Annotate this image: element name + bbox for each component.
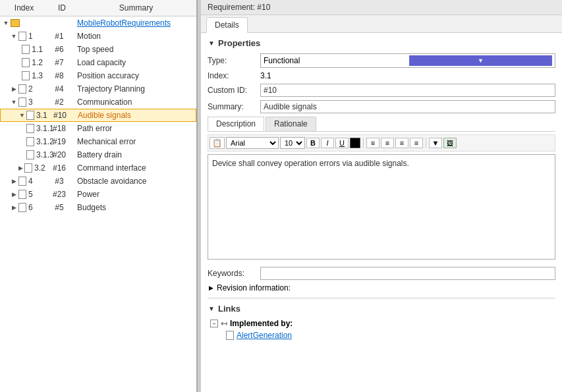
toggle-icon[interactable]: ▶ (18, 165, 23, 171)
tree-row[interactable]: ▶2#4Trajectory Planning (0, 82, 196, 96)
tree-cell-summary: Audible signals (76, 111, 196, 120)
insert-image-button[interactable]: 🖼 (443, 138, 457, 148)
keywords-input[interactable] (260, 267, 555, 280)
doc-icon (22, 58, 30, 67)
separator-2 (426, 138, 426, 148)
doc-icon (18, 32, 26, 41)
tree-row[interactable]: 3.1.1#18Path error (0, 122, 196, 135)
doc-icon (18, 98, 26, 107)
custom-id-row: Custom ID: (208, 84, 555, 97)
sub-tab-rationale[interactable]: Rationale (266, 117, 316, 131)
links-title: Links (218, 304, 240, 314)
tree-body[interactable]: ▼MobileRobotRequirements▼1#1Motion1.1#6T… (0, 16, 196, 392)
tree-row[interactable]: 1.3#8Position accuracy (0, 69, 196, 82)
tree-cell-summary: Load capacity (76, 58, 196, 67)
toggle-icon[interactable]: ▼ (19, 112, 25, 119)
properties-title: Properties (218, 38, 260, 48)
tree-row[interactable]: 1.2#7Load capacity (0, 56, 196, 69)
tree-cell-summary: Battery drain (76, 150, 196, 159)
tree-cell-id: #18 (43, 124, 76, 133)
justify-button[interactable]: ≡ (410, 138, 423, 148)
doc-icon (18, 177, 26, 186)
tree-row[interactable]: 3.1.2#19Mechanical error (0, 135, 196, 148)
tree-row[interactable]: 3.1.3#20Battery drain (0, 148, 196, 161)
toggle-icon[interactable]: ▶ (11, 86, 17, 92)
revision-label: Revision information: (217, 283, 291, 293)
doc-icon (22, 45, 30, 54)
description-textarea[interactable]: Device shall convey operation errors via… (208, 154, 555, 260)
col-index: Index (3, 2, 45, 14)
tree-row[interactable]: ▼3#2Communication (0, 96, 196, 109)
tree-header: Index ID Summary (0, 0, 196, 16)
tree-row[interactable]: 1.1#6Top speed (0, 43, 196, 56)
index-text: 1.3 (32, 71, 43, 80)
tree-cell-summary: Obstacle avoidance (76, 177, 196, 186)
tree-row[interactable]: ▼1#1Motion (0, 30, 196, 43)
color-swatch[interactable] (350, 138, 360, 148)
tree-cell-summary: Mechanical error (76, 137, 196, 146)
folder-icon (11, 19, 20, 27)
links-section: ▼ Links − ↤ Implemented by: AlertGenerat… (208, 304, 555, 340)
tree-cell-id: #1 (43, 32, 76, 41)
tree-cell-index: 3.1.1 (0, 124, 43, 133)
tree-cell-summary: Position accuracy (76, 71, 196, 80)
keywords-row: Keywords: (208, 267, 555, 280)
tabs-bar: Details (201, 15, 562, 33)
underline-button[interactable]: U (335, 138, 349, 148)
custom-id-value (260, 84, 555, 97)
toggle-icon[interactable]: ▶ (11, 191, 17, 198)
divider (208, 298, 555, 298)
separator-1 (363, 138, 364, 148)
tree-cell-index: ▶5 (0, 190, 43, 199)
toggle-icon[interactable]: ▼ (11, 33, 17, 40)
tree-row[interactable]: ▼3.1#10Audible signals (0, 109, 196, 122)
sub-tab-description[interactable]: Description (208, 117, 264, 131)
font-family-select[interactable]: Arial (226, 137, 279, 149)
tree-cell-summary: Top speed (76, 45, 196, 54)
type-dropdown-value: Functional (264, 56, 407, 65)
font-size-select[interactable]: 10 (280, 137, 305, 149)
index-label: Index: (208, 71, 260, 80)
tree-row[interactable]: ▶4#3Obstacle avoidance (0, 175, 196, 188)
paste-button[interactable]: 📋 (210, 137, 225, 149)
doc-icon (18, 84, 26, 94)
tree-cell-id: #8 (43, 71, 76, 80)
more-button[interactable]: ▼ (429, 138, 442, 148)
tree-row[interactable]: ▶6#5Budgets (0, 201, 196, 214)
link-alert-generation[interactable]: AlertGeneration (237, 331, 292, 340)
properties-toggle-icon[interactable]: ▼ (208, 40, 215, 47)
align-center-button[interactable]: ≡ (381, 138, 394, 148)
tree-row[interactable]: ▼MobileRobotRequirements (0, 16, 196, 30)
tree-cell-id: #23 (43, 190, 76, 199)
summary-value (260, 100, 555, 113)
revision-row[interactable]: ▶ Revision information: (208, 283, 555, 293)
tree-row[interactable]: ▶3.2#16Command interface (0, 161, 196, 175)
index-text: 1.1 (32, 45, 43, 54)
summary-input[interactable] (260, 100, 555, 113)
align-left-button[interactable]: ≡ (366, 138, 379, 148)
implemented-by-label: Implemented by: (230, 319, 293, 328)
tab-details[interactable]: Details (206, 17, 248, 33)
align-right-button[interactable]: ≡ (395, 138, 408, 148)
bold-button[interactable]: B (306, 138, 320, 148)
toggle-icon[interactable]: ▼ (3, 20, 9, 26)
index-text: 1.2 (32, 58, 43, 67)
type-dropdown[interactable]: Functional ▼ (260, 53, 555, 68)
doc-icon (26, 137, 34, 146)
toggle-icon[interactable]: ▶ (11, 204, 17, 211)
toggle-icon[interactable]: ▶ (11, 178, 17, 184)
text-editor-toolbar: 📋 Arial 10 B I U ≡ ≡ ≡ ≡ ▼ 🖼 (208, 134, 555, 152)
italic-button[interactable]: I (321, 138, 334, 148)
tree-cell-index: 1.2 (0, 58, 43, 67)
tree-cell-index: 3.1.3 (0, 150, 43, 159)
collapse-icon[interactable]: − (210, 320, 218, 327)
toggle-icon[interactable]: ▼ (11, 99, 17, 105)
tree-row[interactable]: ▶5#23Power (0, 188, 196, 201)
tree-cell-summary: Communication (76, 98, 196, 107)
tree-cell-index: 3.1.2 (0, 137, 43, 146)
col-summary: Summary (78, 2, 194, 14)
tree-cell-id: #10 (43, 111, 76, 120)
custom-id-input[interactable] (260, 84, 555, 97)
links-toggle-icon[interactable]: ▼ (208, 305, 215, 313)
tree-cell-id: #3 (43, 177, 76, 186)
